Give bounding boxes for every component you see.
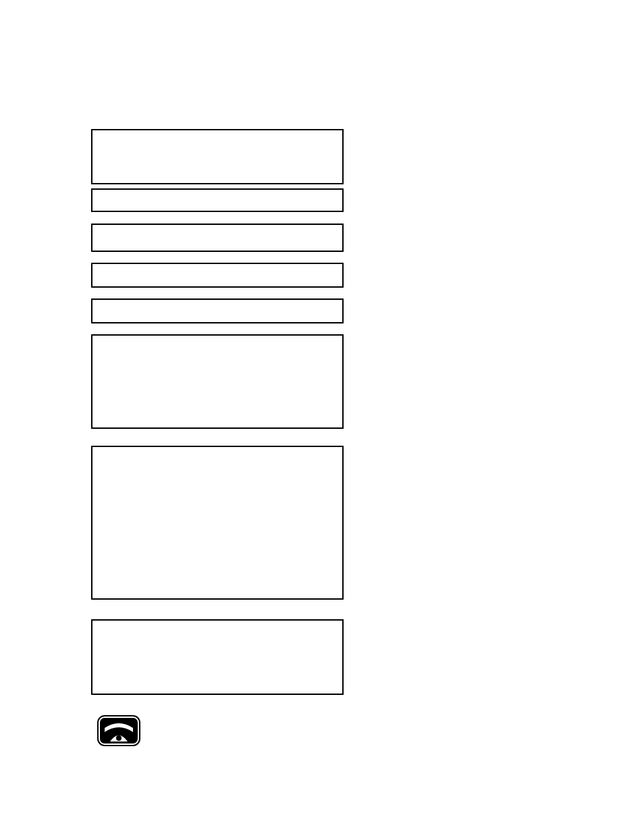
svg-point-2 xyxy=(116,735,122,741)
phone-icon xyxy=(97,714,141,747)
box-5 xyxy=(91,298,344,323)
box-6 xyxy=(91,334,344,429)
page xyxy=(0,0,644,834)
box-1 xyxy=(91,129,344,184)
box-2 xyxy=(91,188,344,212)
box-3 xyxy=(91,224,344,252)
svg-rect-0 xyxy=(97,715,140,746)
box-8 xyxy=(91,619,344,695)
box-4 xyxy=(91,263,344,288)
box-7 xyxy=(91,446,344,600)
